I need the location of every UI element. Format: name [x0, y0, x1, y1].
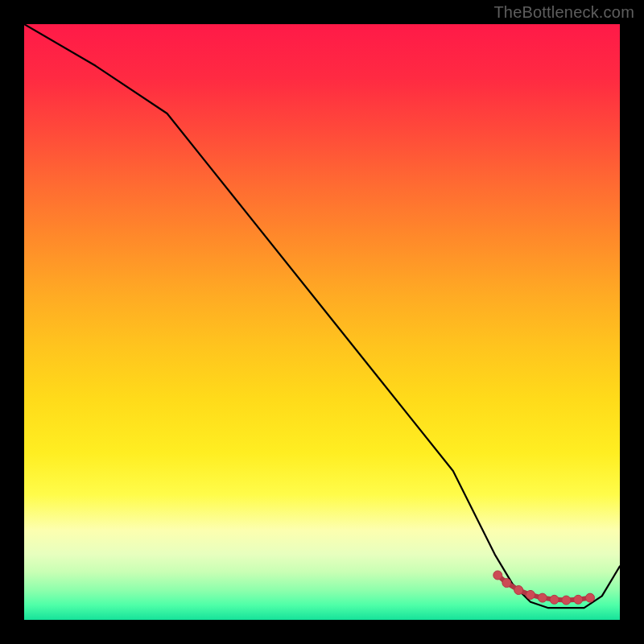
- bottleneck-curve: [24, 24, 620, 608]
- highlight-node: [574, 595, 583, 604]
- chart-stage: TheBottleneck.com: [0, 0, 644, 644]
- highlight-node: [550, 595, 559, 604]
- watermark-text: TheBottleneck.com: [493, 3, 634, 22]
- highlight-node: [586, 593, 595, 602]
- highlight-node: [538, 593, 547, 602]
- chart-svg: [24, 24, 620, 620]
- highlight-node: [493, 571, 502, 580]
- highlight-node: [514, 586, 523, 595]
- highlight-node: [526, 590, 535, 599]
- highlight-node: [562, 596, 571, 605]
- plot-area: [24, 24, 620, 620]
- highlight-node: [502, 579, 511, 588]
